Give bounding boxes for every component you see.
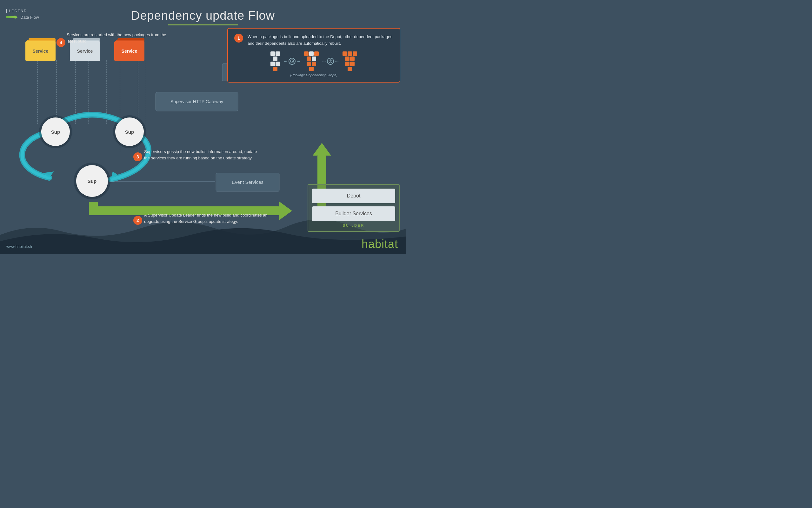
step-1-badge: 1 xyxy=(234,34,243,43)
data-flow-arrow-icon xyxy=(6,14,18,20)
service-label-2: Service xyxy=(70,41,100,61)
svg-text:Event Services: Event Services xyxy=(232,179,264,185)
cube-group-2 xyxy=(304,51,319,71)
cube-group-1 xyxy=(270,51,280,71)
step-1-text: When a package is built and uploaded to … xyxy=(247,34,393,47)
data-flow-label: Data Flow xyxy=(20,15,39,20)
step-4-badge: 4 xyxy=(56,38,65,47)
svg-marker-17 xyxy=(313,143,331,156)
step-2-badge: 2 xyxy=(133,216,142,225)
title-underline xyxy=(168,25,238,26)
footer-url: www.habitat.sh xyxy=(6,245,32,249)
builder-services-box: Builder Services xyxy=(312,206,395,221)
info-box-content: 1 When a package is built and uploaded t… xyxy=(234,34,393,47)
supervisor-circle-2: Sup xyxy=(115,118,144,146)
legend: LEGEND Data Flow xyxy=(6,9,39,20)
legend-title: LEGEND xyxy=(6,9,39,13)
svg-text:Supervisor HTTP Gateway: Supervisor HTTP Gateway xyxy=(171,99,223,104)
graph-connector-1: ••• ••• xyxy=(284,58,300,65)
svg-marker-0 xyxy=(6,15,18,19)
info-box-step1: 1 When a package is built and uploaded t… xyxy=(227,28,400,83)
step-2-text: A Supervisor Update Leader finds the new… xyxy=(144,212,271,224)
supervisor-circle-3: Sup xyxy=(76,165,108,197)
builder-label: BUILDER xyxy=(312,223,395,227)
folder-service-1: Service xyxy=(26,38,57,62)
clock-icon-1 xyxy=(288,58,296,65)
step-1-badge-inline: 1 xyxy=(234,34,243,47)
dep-graph-label: (Package Dependency Graph) xyxy=(234,73,393,77)
dep-graph-row: ••• ••• xyxy=(234,51,393,71)
svg-rect-18 xyxy=(89,202,98,211)
dep-graph-visual: ••• ••• xyxy=(234,51,393,77)
service-label-3: Service xyxy=(114,41,144,61)
depot-box: Depot xyxy=(312,188,395,203)
service-label-1: Service xyxy=(26,41,55,61)
svg-line-31 xyxy=(330,61,331,61)
step-3-badge: 3 xyxy=(133,153,142,161)
header: Dependency update Flow xyxy=(0,0,406,26)
footer-brand: habitat xyxy=(362,238,398,251)
clock-icon-2 xyxy=(327,58,334,65)
builder-section: Depot Builder Services BUILDER xyxy=(308,184,400,232)
legend-item-dataflow: Data Flow xyxy=(6,14,39,20)
step-3-text: Supervisors gossip the new builds inform… xyxy=(144,149,258,161)
cube-group-3 xyxy=(343,51,357,71)
svg-line-28 xyxy=(292,61,293,61)
supervisor-circle-1: Sup xyxy=(41,118,70,146)
step-4-text: Services are restarted with the new pack… xyxy=(67,32,175,44)
svg-marker-15 xyxy=(279,202,292,220)
graph-connector-2: ••• ••• xyxy=(322,58,339,65)
page-title: Dependency update Flow xyxy=(0,9,406,23)
builder-outer-box: Depot Builder Services BUILDER xyxy=(308,184,400,232)
